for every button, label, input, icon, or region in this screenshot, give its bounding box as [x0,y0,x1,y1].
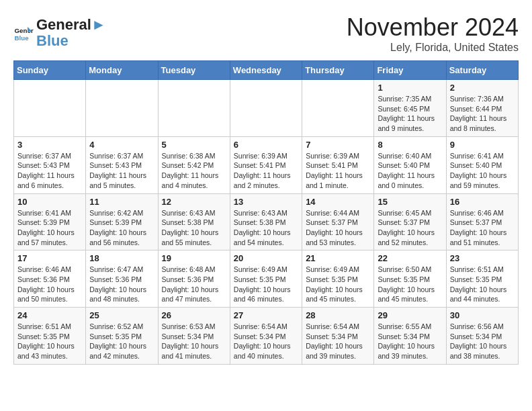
calendar-cell: 4Sunrise: 6:37 AM Sunset: 5:43 PM Daylig… [86,136,158,193]
calendar-cell [230,80,302,137]
day-number: 27 [234,310,298,320]
calendar-cell: 20Sunrise: 6:49 AM Sunset: 5:35 PM Dayli… [230,250,302,308]
day-number: 25 [89,310,154,320]
day-info: Sunrise: 6:48 AM Sunset: 5:36 PM Dayligh… [162,265,226,304]
svg-text:Blue: Blue [15,34,30,42]
calendar-cell: 15Sunrise: 6:45 AM Sunset: 5:37 PM Dayli… [374,193,446,250]
day-number: 14 [306,197,370,207]
header: General Blue General► Blue November 2024… [13,13,519,54]
day-info: Sunrise: 7:36 AM Sunset: 6:44 PM Dayligh… [450,94,515,134]
day-info: Sunrise: 6:51 AM Sunset: 5:35 PM Dayligh… [17,322,82,361]
day-number: 8 [378,140,442,150]
calendar-week-row: 24Sunrise: 6:51 AM Sunset: 5:35 PM Dayli… [14,308,519,365]
day-info: Sunrise: 6:43 AM Sunset: 5:38 PM Dayligh… [234,208,298,248]
day-info: Sunrise: 6:49 AM Sunset: 5:35 PM Dayligh… [234,265,298,304]
day-info: Sunrise: 6:42 AM Sunset: 5:39 PM Dayligh… [89,208,154,248]
calendar-header-row: SundayMondayTuesdayWednesdayThursdayFrid… [14,61,519,80]
day-number: 19 [162,253,226,263]
day-number: 6 [234,140,298,150]
day-number: 23 [450,253,515,263]
calendar-cell: 3Sunrise: 6:37 AM Sunset: 5:43 PM Daylig… [14,136,86,193]
day-info: Sunrise: 6:54 AM Sunset: 5:34 PM Dayligh… [306,322,370,361]
day-number: 7 [306,140,370,150]
day-info: Sunrise: 6:41 AM Sunset: 5:40 PM Dayligh… [450,151,515,191]
day-info: Sunrise: 6:56 AM Sunset: 5:34 PM Dayligh… [450,322,515,361]
day-number: 9 [450,140,515,150]
day-info: Sunrise: 6:43 AM Sunset: 5:38 PM Dayligh… [162,208,226,248]
title-area: November 2024 Lely, Florida, United Stat… [347,13,519,54]
calendar-cell [86,80,158,137]
calendar-body: 1Sunrise: 7:35 AM Sunset: 6:45 PM Daylig… [14,80,519,365]
day-number: 13 [234,197,298,207]
day-info: Sunrise: 7:35 AM Sunset: 6:45 PM Dayligh… [378,94,442,134]
day-info: Sunrise: 6:55 AM Sunset: 5:34 PM Dayligh… [378,322,442,361]
day-of-week-header: Wednesday [230,61,302,80]
calendar-cell: 14Sunrise: 6:44 AM Sunset: 5:37 PM Dayli… [302,193,374,250]
day-info: Sunrise: 6:52 AM Sunset: 5:35 PM Dayligh… [89,322,154,361]
day-info: Sunrise: 6:49 AM Sunset: 5:35 PM Dayligh… [306,265,370,304]
calendar-cell: 26Sunrise: 6:53 AM Sunset: 5:34 PM Dayli… [158,308,230,365]
month-title: November 2024 [347,13,519,42]
day-info: Sunrise: 6:47 AM Sunset: 5:36 PM Dayligh… [89,265,154,304]
calendar-cell: 12Sunrise: 6:43 AM Sunset: 5:38 PM Dayli… [158,193,230,250]
calendar-cell: 8Sunrise: 6:40 AM Sunset: 5:40 PM Daylig… [374,136,446,193]
calendar-cell: 9Sunrise: 6:41 AM Sunset: 5:40 PM Daylig… [446,136,518,193]
day-number: 4 [89,140,154,150]
day-number: 10 [17,197,82,207]
calendar-cell: 27Sunrise: 6:54 AM Sunset: 5:34 PM Dayli… [230,308,302,365]
day-number: 18 [89,253,154,263]
day-number: 3 [17,140,82,150]
day-info: Sunrise: 6:54 AM Sunset: 5:34 PM Dayligh… [234,322,298,361]
day-info: Sunrise: 6:41 AM Sunset: 5:39 PM Dayligh… [17,208,82,248]
day-info: Sunrise: 6:39 AM Sunset: 5:41 PM Dayligh… [234,151,298,191]
calendar-cell: 30Sunrise: 6:56 AM Sunset: 5:34 PM Dayli… [446,308,518,365]
day-info: Sunrise: 6:46 AM Sunset: 5:37 PM Dayligh… [450,208,515,248]
logo-icon: General Blue [13,23,34,43]
calendar-cell: 19Sunrise: 6:48 AM Sunset: 5:36 PM Dayli… [158,250,230,308]
day-info: Sunrise: 6:44 AM Sunset: 5:37 PM Dayligh… [306,208,370,248]
calendar-cell [158,80,230,137]
calendar-cell [302,80,374,137]
day-info: Sunrise: 6:39 AM Sunset: 5:41 PM Dayligh… [306,151,370,191]
day-info: Sunrise: 6:37 AM Sunset: 5:43 PM Dayligh… [17,151,82,191]
calendar-cell: 24Sunrise: 6:51 AM Sunset: 5:35 PM Dayli… [14,308,86,365]
day-info: Sunrise: 6:45 AM Sunset: 5:37 PM Dayligh… [378,208,442,248]
calendar-cell: 21Sunrise: 6:49 AM Sunset: 5:35 PM Dayli… [302,250,374,308]
day-number: 16 [450,197,515,207]
day-number: 26 [162,310,226,320]
logo-text-line1: General► [36,17,106,33]
day-of-week-header: Saturday [446,61,518,80]
logo-text-line2: Blue [36,33,106,49]
day-of-week-header: Monday [86,61,158,80]
day-number: 24 [17,310,82,320]
calendar-cell: 6Sunrise: 6:39 AM Sunset: 5:41 PM Daylig… [230,136,302,193]
location-title: Lely, Florida, United States [347,42,519,54]
calendar-cell: 17Sunrise: 6:46 AM Sunset: 5:36 PM Dayli… [14,250,86,308]
day-number: 28 [306,310,370,320]
day-info: Sunrise: 6:37 AM Sunset: 5:43 PM Dayligh… [89,151,154,191]
day-number: 11 [89,197,154,207]
calendar-cell: 23Sunrise: 6:51 AM Sunset: 5:35 PM Dayli… [446,250,518,308]
day-number: 29 [378,310,442,320]
logo: General Blue General► Blue [13,17,106,49]
day-number: 30 [450,310,515,320]
day-info: Sunrise: 6:46 AM Sunset: 5:36 PM Dayligh… [17,265,82,304]
calendar-cell: 11Sunrise: 6:42 AM Sunset: 5:39 PM Dayli… [86,193,158,250]
calendar-cell [14,80,86,137]
day-info: Sunrise: 6:50 AM Sunset: 5:35 PM Dayligh… [378,265,442,304]
day-info: Sunrise: 6:38 AM Sunset: 5:42 PM Dayligh… [162,151,226,191]
day-of-week-header: Tuesday [158,61,230,80]
calendar-week-row: 1Sunrise: 7:35 AM Sunset: 6:45 PM Daylig… [14,80,519,137]
day-of-week-header: Sunday [14,61,86,80]
day-number: 15 [378,197,442,207]
day-number: 2 [450,83,515,93]
day-number: 22 [378,253,442,263]
day-info: Sunrise: 6:51 AM Sunset: 5:35 PM Dayligh… [450,265,515,304]
calendar-cell: 16Sunrise: 6:46 AM Sunset: 5:37 PM Dayli… [446,193,518,250]
day-of-week-header: Friday [374,61,446,80]
calendar-week-row: 10Sunrise: 6:41 AM Sunset: 5:39 PM Dayli… [14,193,519,250]
calendar-cell: 1Sunrise: 7:35 AM Sunset: 6:45 PM Daylig… [374,80,446,137]
calendar-cell: 2Sunrise: 7:36 AM Sunset: 6:44 PM Daylig… [446,80,518,137]
day-of-week-header: Thursday [302,61,374,80]
calendar-cell: 13Sunrise: 6:43 AM Sunset: 5:38 PM Dayli… [230,193,302,250]
